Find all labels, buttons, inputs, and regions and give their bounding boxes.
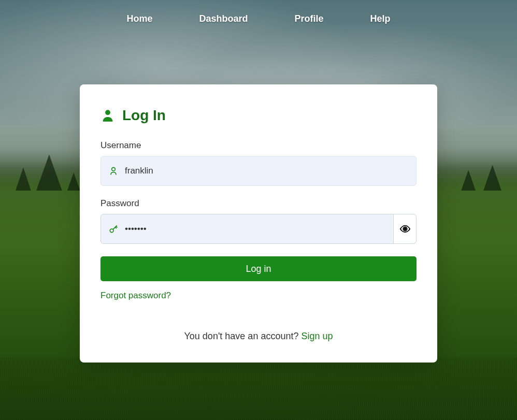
- nav-profile[interactable]: Profile: [295, 13, 324, 24]
- username-input[interactable]: [119, 156, 409, 185]
- username-group: Username: [100, 140, 417, 186]
- signup-prompt-text: You don't have an account?: [184, 331, 301, 341]
- password-label: Password: [100, 198, 417, 209]
- user-outline-icon: [108, 166, 119, 176]
- nav-dashboard[interactable]: Dashboard: [199, 13, 248, 24]
- svg-point-2: [110, 229, 113, 233]
- signup-link[interactable]: Sign up: [301, 331, 333, 341]
- password-input[interactable]: [119, 214, 393, 243]
- card-title: Log In: [122, 107, 166, 124]
- toggle-password-visibility-button[interactable]: [393, 214, 416, 243]
- login-card: Log In Username Password: [80, 84, 437, 363]
- nav-help[interactable]: Help: [370, 13, 391, 24]
- signup-row: You don't have an account? Sign up: [100, 331, 417, 342]
- user-solid-icon: [100, 108, 115, 123]
- username-input-wrapper: [100, 156, 417, 186]
- username-label: Username: [100, 140, 417, 151]
- nav-home[interactable]: Home: [126, 13, 152, 24]
- top-nav: Home Dashboard Profile Help: [0, 0, 517, 38]
- forgot-password-link[interactable]: Forgot password?: [100, 291, 171, 301]
- card-header: Log In: [100, 107, 417, 124]
- password-input-wrapper: [100, 214, 417, 244]
- password-group: Password: [100, 198, 417, 244]
- svg-point-1: [112, 167, 116, 171]
- login-button[interactable]: Log in: [100, 256, 417, 281]
- eye-icon: [399, 223, 411, 235]
- svg-point-3: [404, 227, 407, 230]
- key-icon: [108, 224, 119, 234]
- svg-point-0: [105, 110, 110, 115]
